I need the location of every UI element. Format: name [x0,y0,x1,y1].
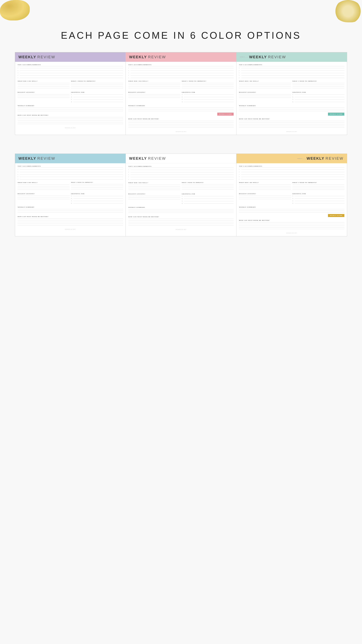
card-purple-light: REVIEW [37,55,55,59]
grateful-label-blue: GRATEFUL FOR [71,193,123,194]
grateful-label-mint: GRATEFUL FOR [293,92,344,93]
top5-section-blue: TOP 5 ACCOMPLISHMENTS • • • • • [18,166,123,180]
card-purple-bold: WEEKLY [18,55,36,59]
card-yellow-bold: WEEKLY [307,156,325,161]
card-yellow-light: REVIEW [326,156,344,161]
well-improve-yellow: WHAT DID I DO WELL? WHAT I NEED TO IMPRO… [239,182,344,191]
card-pink-header: WEEKLY REVIEW [126,52,236,62]
summary-section-purple: Weekly Summary [18,105,123,112]
card-mint-light: REVIEW [268,55,286,59]
improve-label-pink: WHAT I NEED TO IMPROVE? [182,80,234,82]
set2-cards-row: WEEKLY REVIEW TOP 5 ACCOMPLISHMENTS • • … [15,154,347,236]
brand-mint: WEEKPLAN.NET [239,130,344,133]
next-week-section-mint: How Can Next Week Be Better? [239,118,344,128]
summary-section-mint: Weekly Summary Weekly Score [239,105,344,116]
card-blue: WEEKLY REVIEW TOP 5 ACCOMPLISHMENTS • • … [15,154,126,236]
well-improve-blue: WHAT DID I DO WELL? WHAT I NEED TO IMPRO… [18,182,123,191]
card-yellow-body: TOP 5 ACCOMPLISHMENTS • • • • • WHAT DID… [236,163,347,236]
top5-section-white: TOP 5 ACCOMPLISHMENTS • • • • • [128,166,234,180]
summary-label-pink: Weekly Summary [128,105,234,106]
next-week-section-pink: How Can Next Week Be Better? [128,118,234,128]
summary-label-white: Weekly Summary [128,206,234,208]
well-label-blue: WHAT DID I DO WELL? [18,182,69,183]
lessons-grateful-pink: BIGGEST LESSONS? GRATEFUL FOR 1. 2. 3. 4… [128,92,234,104]
top5-section-purple: TOP 5 ACCOMPLISHMENTS • • • • • [18,64,123,78]
top5-label-white: TOP 5 ACCOMPLISHMENTS [128,166,234,167]
next-week-label-purple: How Can Next Week Be Better? [18,114,123,116]
grateful-label-pink: GRATEFUL FOR [182,92,234,93]
lessons-grateful-yellow: BIGGEST LESSONS? GRATEFUL FOR 1. 2. 3. 4… [239,193,344,205]
next-week-section-purple: How Can Next Week Be Better? [18,114,123,124]
top5-section-yellow: TOP 5 ACCOMPLISHMENTS • • • • • [239,166,344,180]
grateful-label-yellow: GRATEFUL FOR [293,193,344,194]
lessons-label-blue: BIGGEST LESSONS? [18,193,69,194]
set2-group: WEEKLY REVIEW TOP 5 ACCOMPLISHMENTS • • … [0,154,362,236]
summary-label-mint: Weekly Summary [239,105,344,106]
card-blue-body: TOP 5 ACCOMPLISHMENTS • • • • • WHAT DID… [15,163,126,232]
well-label-pink: WHAT DID I DO WELL? [128,80,180,82]
improve-label-mint: WHAT I NEED TO IMPROVE? [293,80,344,82]
grateful-label-white: GRATEFUL FOR [182,193,234,195]
lessons-label-yellow: BIGGEST LESSONS? [239,193,291,194]
summary-section-pink: Weekly Summary Weekly Score [128,105,234,116]
top-right-clock [334,0,362,22]
card-yellow: WEEK #: ______ WEEKLY REVIEW TOP 5 ACCOM… [236,154,347,236]
top-decoration [0,0,362,22]
top5-label-purple: TOP 5 ACCOMPLISHMENTS [18,64,123,66]
brand-blue: WEEKPLAN.NET [18,227,123,231]
next-week-label-mint: How Can Next Week Be Better? [239,118,344,120]
lessons-grateful-mint: BIGGEST LESSONS? GRATEFUL FOR 1. 2. 3. 4… [239,92,344,104]
summary-section-white: Weekly Summary [128,206,234,214]
top-left-clips [0,0,30,20]
next-week-label-yellow: How Can Next Week Be Better? [239,220,344,221]
top5-label-pink: TOP 5 ACCOMPLISHMENTS [128,64,234,66]
week-num-mint: WEEK #: ______ [240,56,249,58]
next-week-label-white: How Can Next Week Be Better? [128,216,234,218]
top5-section-mint: TOP 5 ACCOMPLISHMENTS • • • • • [239,64,344,78]
card-mint-header: WEEK #: ______ WEEKLY REVIEW [236,52,347,62]
card-blue-header: WEEKLY REVIEW [15,154,126,163]
card-blue-light: REVIEW [37,156,55,161]
score-btn-pink: Weekly Score [217,112,234,116]
lessons-label-pink: BIGGEST LESSONS? [128,92,180,93]
card-pink-bold: WEEKLY [129,55,147,59]
score-btn-yellow: Weekly Score [328,214,344,217]
improve-label-yellow: WHAT I NEED TO IMPROVE? [293,182,344,183]
summary-label-purple: Weekly Summary [18,105,123,106]
set1-cards-row: WEEKLY REVIEW TOP 5 ACCOMPLISHMENTS • • … [15,52,347,135]
next-week-label-pink: How Can Next Week Be Better? [128,118,234,120]
summary-label-yellow: Weekly Summary [239,206,344,208]
card-purple-body: TOP 5 ACCOMPLISHMENTS • • • • • WHAT DID… [15,62,126,131]
card-white-bold: WEEKLY [129,156,147,161]
card-white-light: REVIEW [148,156,166,161]
lessons-grateful-white: BIGGEST LESSONS? GRATEFUL FOR 1. 2. 3. 4… [128,193,234,205]
card-yellow-header: WEEK #: ______ WEEKLY REVIEW [236,154,347,163]
well-label-yellow: WHAT DID I DO WELL? [239,182,291,183]
lessons-label-purple: BIGGEST LESSONS? [18,92,69,93]
card-blue-bold: WEEKLY [18,156,36,161]
next-week-section-blue: How Can Next Week Be Better? [18,216,123,226]
card-mint-body: TOP 5 ACCOMPLISHMENTS • • • • • WHAT DID… [236,62,347,135]
top5-label-mint: TOP 5 ACCOMPLISHMENTS [239,64,344,66]
card-mint: WEEK #: ______ WEEKLY REVIEW TOP 5 ACCOM… [236,52,347,135]
lessons-label-white: BIGGEST LESSONS? [128,193,180,195]
card-white-body: TOP 5 ACCOMPLISHMENTS • • • • • WHAT DID… [126,164,236,233]
brand-purple: WEEKPLAN.NET [18,126,123,130]
lessons-label-mint: BIGGEST LESSONS? [239,92,291,93]
page-wrapper: EACH PAGE COME IN 6 COLOR OPTIONS WEEKLY… [0,0,362,236]
improve-label-blue: WHAT I NEED TO IMPROVE? [71,182,123,183]
next-week-section-white: How Can Next Week Be Better? [128,216,234,226]
grateful-label-purple: GRATEFUL FOR [71,92,123,93]
well-label-purple: WHAT DID I DO WELL? [18,80,69,82]
card-mint-bold: WEEKLY [249,55,267,59]
score-btn-mint: Weekly Score [328,112,344,116]
card-pink: WEEKLY REVIEW TOP 5 ACCOMPLISHMENTS • • … [126,52,236,135]
well-improve-pink: WHAT DID I DO WELL? WHAT I NEED TO IMPRO… [128,80,234,90]
next-week-label-blue: How Can Next Week Be Better? [18,216,123,218]
brand-white: WEEKPLAN.NET [128,228,234,231]
well-label-mint: WHAT DID I DO WELL? [239,80,291,82]
well-improve-purple: WHAT DID I DO WELL? WHAT I NEED TO IMPRO… [18,80,123,90]
next-week-section-yellow: How Can Next Week Be Better? [239,220,344,229]
card-pink-body: TOP 5 ACCOMPLISHMENTS • • • • • WHAT DID… [126,62,236,135]
set1-group: WEEKLY REVIEW TOP 5 ACCOMPLISHMENTS • • … [0,52,362,135]
